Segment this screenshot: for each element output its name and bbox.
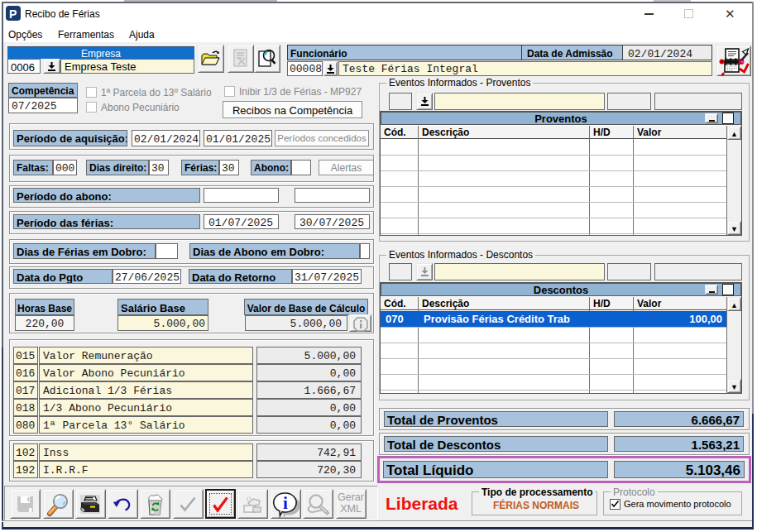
svg-text:i: i: [283, 493, 288, 513]
